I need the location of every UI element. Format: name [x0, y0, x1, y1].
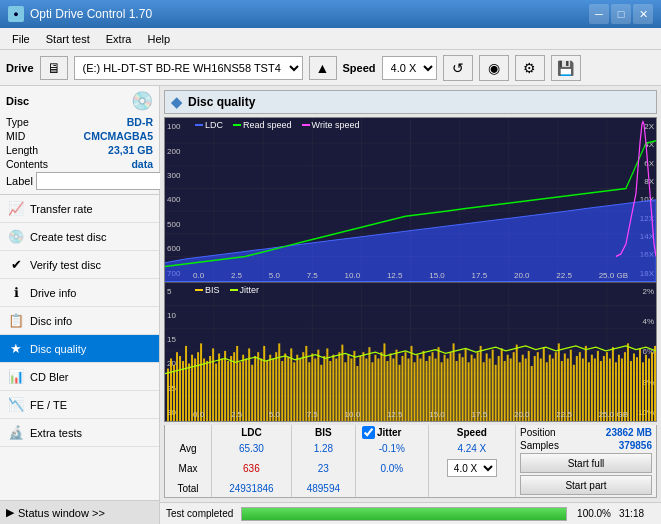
row-avg-label: Avg: [165, 440, 212, 456]
menu-start-test[interactable]: Start test: [38, 31, 98, 47]
start-part-button[interactable]: Start part: [520, 475, 652, 495]
progress-bar-inner: [242, 508, 566, 520]
mid-label: MID: [6, 130, 25, 142]
speed-total-empty: [428, 481, 515, 497]
status-window-bar[interactable]: ▶ Status window >>: [0, 500, 159, 524]
mid-value: CMCMAGBA5: [84, 130, 153, 142]
length-label: Length: [6, 144, 38, 156]
menu-extra[interactable]: Extra: [98, 31, 140, 47]
sidebar-item-disc-info[interactable]: 📋 Disc info: [0, 307, 159, 335]
transfer-rate-label: Transfer rate: [30, 203, 93, 215]
speed-avg: 4.24 X: [428, 440, 515, 456]
ldc-legend-dot: [195, 124, 203, 126]
app-icon: ●: [8, 6, 24, 22]
extra-tests-label: Extra tests: [30, 427, 82, 439]
disc-icon: 💿: [131, 90, 153, 112]
settings-button[interactable]: ⚙: [515, 55, 545, 81]
stats-table: LDC BIS Jitter Speed: [165, 425, 516, 497]
top-chart-svg: [165, 118, 656, 282]
progress-status: Test completed: [166, 508, 233, 519]
progress-bar-row: Test completed 100.0% 31:18: [160, 502, 661, 524]
stats-row-avg: Avg 65.30 1.28 -0.1% 4.24 X: [165, 440, 516, 456]
minimize-button[interactable]: ─: [589, 4, 609, 24]
menu-help[interactable]: Help: [139, 31, 178, 47]
cd-bler-icon: 📊: [8, 369, 24, 384]
x-axis-bottom: 0.0 2.5 5.0 7.5 10.0 12.5 15.0 17.5 20.0…: [193, 410, 628, 419]
sidebar-item-create-test-disc[interactable]: 💿 Create test disc: [0, 223, 159, 251]
drive-select[interactable]: (E:) HL-DT-ST BD-RE WH16NS58 TST4: [74, 56, 303, 80]
svg-rect-36: [188, 363, 190, 421]
col-header-bis: BIS: [291, 425, 355, 440]
position-value: 23862 MB: [606, 427, 652, 438]
svg-rect-185: [636, 357, 638, 421]
transfer-rate-icon: 📈: [8, 201, 24, 216]
jitter-max: 0.0%: [356, 456, 429, 481]
disc-quality-label: Disc quality: [30, 343, 86, 355]
stats-row-max: Max 636 23 0.0% 4.0 X 6.0 X: [165, 456, 516, 481]
speed-select[interactable]: 4.0 X 6.0 X 8.0 X: [382, 56, 437, 80]
menu-file[interactable]: File: [4, 31, 38, 47]
app-title: Opti Drive Control 1.70: [30, 7, 152, 21]
chart-container: LDC Read speed Write speed 700: [164, 117, 657, 422]
svg-rect-187: [642, 362, 644, 421]
jitter-avg: -0.1%: [356, 440, 429, 456]
speed-select-stats[interactable]: 4.0 X 6.0 X: [447, 459, 497, 477]
jitter-checkbox[interactable]: [362, 426, 375, 439]
contents-label: Contents: [6, 158, 48, 170]
status-window-label: Status window >>: [18, 507, 105, 519]
drive-info-label: Drive info: [30, 287, 76, 299]
speed-label: Speed: [343, 62, 376, 74]
jitter-total: [356, 481, 429, 497]
extra-tests-icon: 🔬: [8, 425, 24, 440]
drive-icon-btn[interactable]: 🖥: [40, 56, 68, 80]
stats-right: Position 23862 MB Samples 379856 Start f…: [516, 425, 656, 497]
sidebar-item-verify-test-disc[interactable]: ✔ Verify test disc: [0, 251, 159, 279]
label-input[interactable]: [36, 172, 169, 190]
maximize-button[interactable]: □: [611, 4, 631, 24]
refresh-button[interactable]: ↺: [443, 55, 473, 81]
drive-label: Drive: [6, 62, 34, 74]
save-button[interactable]: 💾: [551, 55, 581, 81]
samples-label: Samples: [520, 440, 559, 451]
drive-info-icon: ℹ: [8, 285, 24, 300]
cd-bler-label: CD Bler: [30, 371, 69, 383]
disc-quality-icon: ★: [8, 341, 24, 356]
row-max-label: Max: [165, 456, 212, 481]
svg-rect-188: [645, 354, 647, 421]
svg-rect-33: [179, 356, 181, 421]
label-label: Label: [6, 175, 33, 187]
eject-button[interactable]: ▲: [309, 56, 337, 80]
panel-header: ◆ Disc quality: [164, 90, 657, 114]
col-header-empty: [165, 425, 212, 440]
sidebar-item-cd-bler[interactable]: 📊 CD Bler: [0, 363, 159, 391]
sidebar-item-transfer-rate[interactable]: 📈 Transfer rate: [0, 195, 159, 223]
burn-button[interactable]: ◉: [479, 55, 509, 81]
ldc-legend-label: LDC: [205, 120, 223, 130]
fe-te-label: FE / TE: [30, 399, 67, 411]
fe-te-icon: 📉: [8, 397, 24, 412]
close-button[interactable]: ✕: [633, 4, 653, 24]
top-legend: LDC Read speed Write speed: [195, 120, 359, 130]
verify-test-disc-label: Verify test disc: [30, 259, 101, 271]
svg-rect-190: [651, 352, 653, 421]
svg-rect-34: [182, 361, 184, 421]
samples-value: 379856: [619, 440, 652, 451]
sidebar-item-extra-tests[interactable]: 🔬 Extra tests: [0, 419, 159, 447]
main-layout: Disc 💿 Type BD-R MID CMCMAGBA5 Length 23…: [0, 86, 661, 524]
write-speed-legend-label: Write speed: [312, 120, 360, 130]
panel-title: Disc quality: [188, 95, 255, 109]
start-full-button[interactable]: Start full: [520, 453, 652, 473]
svg-rect-184: [633, 353, 635, 421]
right-content: ◆ Disc quality LDC Read speed: [160, 86, 661, 524]
read-speed-legend-label: Read speed: [243, 120, 292, 130]
sidebar: Disc 💿 Type BD-R MID CMCMAGBA5 Length 23…: [0, 86, 160, 524]
sidebar-item-drive-info[interactable]: ℹ Drive info: [0, 279, 159, 307]
disc-quality-panel: ◆ Disc quality LDC Read speed: [160, 86, 661, 502]
x-axis-top: 0.0 2.5 5.0 7.5 10.0 12.5 15.0 17.5 20.0…: [193, 271, 628, 280]
stats-row: LDC BIS Jitter Speed: [164, 425, 657, 498]
speed-select-cell: 4.0 X 6.0 X: [428, 456, 515, 481]
sidebar-item-disc-quality[interactable]: ★ Disc quality: [0, 335, 159, 363]
col-header-speed: Speed: [428, 425, 515, 440]
create-test-disc-icon: 💿: [8, 229, 24, 244]
sidebar-item-fe-te[interactable]: 📉 FE / TE: [0, 391, 159, 419]
